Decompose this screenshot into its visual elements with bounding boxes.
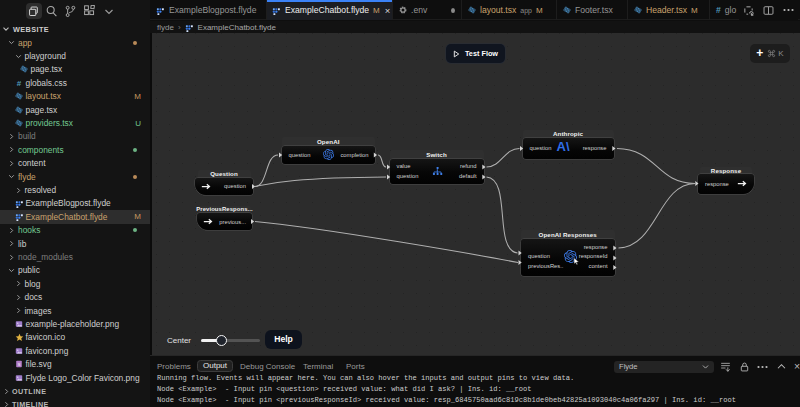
svg-text:S: S: [17, 362, 20, 367]
